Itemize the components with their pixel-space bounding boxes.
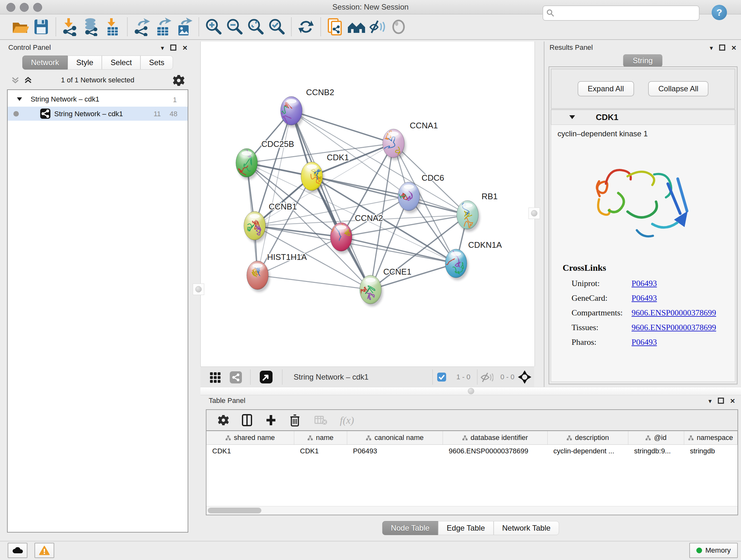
import-network-database-button[interactable] [81, 17, 102, 37]
panel-close-icon[interactable]: ✕ [182, 44, 188, 52]
export-table-button[interactable] [152, 17, 174, 37]
left-splitter-handle[interactable] [193, 284, 204, 295]
network-view-icon[interactable] [230, 371, 242, 383]
presentation-orb-button[interactable] [388, 17, 409, 37]
cloud-status-button[interactable] [8, 543, 27, 558]
apply-layout-button[interactable] [295, 17, 317, 37]
edge-CCNA1-CDK1[interactable] [312, 143, 394, 176]
collapse-all-button[interactable]: Collapse All [648, 81, 709, 97]
tab-select[interactable]: Select [102, 56, 140, 70]
delete-column-icon[interactable] [289, 414, 300, 427]
table-cell[interactable]: cyclin-dependent ... [548, 445, 628, 457]
protein-section-header[interactable]: CDK1 [551, 110, 735, 125]
crosslink-link[interactable]: P06493 [631, 279, 657, 288]
column-header[interactable]: shared name [206, 431, 294, 444]
fit-selected-crosshair-icon[interactable] [518, 370, 532, 384]
splitter-knob[interactable] [468, 388, 474, 394]
table-cell[interactable]: 9606.ENSP00000378699 [443, 445, 548, 457]
panel-float-icon[interactable] [719, 44, 726, 51]
window-minimize-button[interactable] [20, 3, 29, 12]
zoom-out-button[interactable] [224, 17, 245, 37]
table-cell[interactable]: CDK1 [294, 445, 347, 457]
tab-network[interactable]: Network [22, 56, 68, 70]
tab-node-table[interactable]: Node Table [382, 521, 438, 535]
edge-HIST1H1A-CCNE1[interactable] [258, 275, 370, 290]
string-home-button[interactable] [346, 17, 367, 37]
birds-eye-view-icon[interactable] [260, 371, 273, 383]
crosslink-row: Tissues:9606.ENSP00000378699 [571, 320, 735, 335]
string-results-box: Expand All Collapse All CDK1 cyclin–depe… [549, 66, 738, 384]
show-columns-icon[interactable] [242, 414, 253, 427]
panel-menu-icon[interactable]: ▾ [710, 44, 713, 52]
section-collapse-icon[interactable] [569, 114, 576, 120]
warnings-button[interactable] [35, 543, 54, 558]
table-row[interactable]: CDK1CDK1P064939606.ENSP00000378699cyclin… [206, 445, 738, 457]
hide-labels-button[interactable] [367, 17, 388, 37]
selected-nodes-checkbox[interactable] [437, 373, 446, 381]
network-options-gear-icon[interactable] [173, 75, 185, 86]
column-header[interactable]: namespace [684, 431, 738, 444]
network-collection-row[interactable]: String Network – cdk1 1 [8, 92, 188, 107]
table-cell[interactable]: CDK1 [206, 445, 294, 457]
grid-view-icon[interactable] [209, 372, 221, 383]
panel-close-icon[interactable]: ✕ [731, 44, 737, 52]
zoom-selected-button[interactable] [266, 17, 287, 37]
column-header[interactable]: canonical name [347, 431, 443, 444]
crosslink-link[interactable]: 9606.ENSP00000378699 [631, 308, 716, 318]
export-image-button[interactable] [174, 17, 195, 37]
add-column-icon[interactable] [265, 414, 277, 427]
table-cell[interactable]: P06493 [347, 445, 443, 457]
tab-network-table[interactable]: Network Table [494, 521, 559, 535]
import-table-file-button[interactable] [102, 17, 123, 37]
scrollbar-thumb[interactable] [208, 508, 261, 513]
search-field[interactable] [542, 5, 699, 21]
edge-CCNB2-CCNE1[interactable] [291, 111, 370, 290]
help-button[interactable]: ? [712, 5, 727, 20]
table-cell[interactable]: stringdb:9... [628, 445, 684, 457]
save-session-button[interactable] [30, 17, 52, 37]
network-row-selected[interactable]: String Network – cdk1 11 48 [8, 107, 188, 121]
table-cell[interactable]: stringdb [684, 445, 738, 457]
tab-style[interactable]: Style [68, 56, 102, 70]
control-panel-tabs: Network Style Select Sets [22, 56, 173, 70]
column-header[interactable]: database identifier [443, 431, 548, 444]
panel-menu-icon[interactable]: ▾ [161, 44, 164, 52]
zoom-in-icon [205, 18, 222, 36]
zoom-fit-button[interactable] [245, 17, 266, 37]
tab-sets[interactable]: Sets [140, 56, 173, 70]
tab-string[interactable]: String [623, 54, 663, 67]
column-header[interactable]: description [548, 431, 628, 444]
crosslink-link[interactable]: 9606.ENSP00000378699 [631, 323, 716, 332]
tab-edge-table[interactable]: Edge Table [438, 521, 494, 535]
window-close-button[interactable] [6, 3, 15, 12]
export-to-string-button[interactable] [325, 17, 346, 37]
zoom-in-button[interactable] [203, 17, 224, 37]
search-input[interactable] [558, 7, 699, 19]
import-network-file-button[interactable] [60, 17, 81, 37]
column-header[interactable]: @id [628, 431, 684, 444]
column-header[interactable]: name [294, 431, 347, 444]
panel-float-icon[interactable] [718, 397, 724, 404]
crosslink-link[interactable]: P06493 [631, 294, 657, 303]
edge-CCNB2-CCNA1[interactable] [291, 111, 394, 143]
collection-expand-icon[interactable] [17, 97, 22, 102]
panel-menu-icon[interactable]: ▾ [709, 397, 712, 405]
panel-close-icon[interactable]: ✕ [730, 397, 735, 405]
open-session-button[interactable] [10, 17, 30, 37]
table-options-gear-icon[interactable] [218, 415, 229, 426]
right-splitter-handle[interactable] [529, 207, 540, 219]
edge-CCNA2-CDKN1A[interactable] [341, 237, 456, 263]
edge-CCNB2-RB1[interactable] [291, 111, 468, 215]
horizontal-splitter[interactable] [200, 387, 741, 395]
panel-float-icon[interactable] [170, 44, 177, 51]
crosslink-row: Pharos:P06493 [571, 335, 735, 350]
table-horizontal-scrollbar[interactable] [206, 506, 738, 515]
edge-CCNB2-HIST1H1A[interactable] [258, 111, 291, 275]
crosslink-link[interactable]: P06493 [631, 337, 657, 347]
export-network-button[interactable] [131, 17, 152, 37]
network-graph[interactable]: CCNB2CCNA1CDC25BCDK1CDC6RB1CCNB1CCNA2CDK… [201, 42, 534, 366]
memory-button[interactable]: Memory [689, 543, 738, 558]
window-zoom-button[interactable] [33, 3, 42, 12]
network-canvas[interactable]: CCNB2CCNA1CDC25BCDK1CDC6RB1CCNB1CCNA2CDK… [200, 42, 535, 367]
expand-all-button[interactable]: Expand All [578, 81, 634, 97]
